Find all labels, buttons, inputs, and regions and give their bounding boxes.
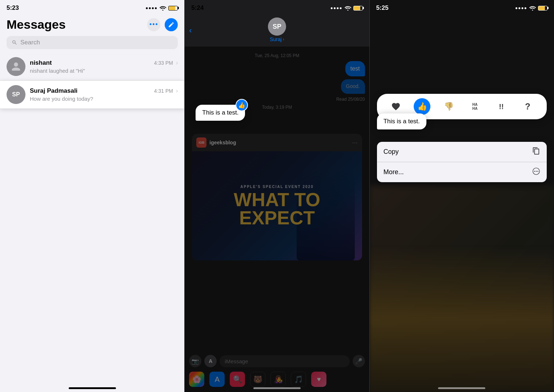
reaction-thumbsdown[interactable]: 👎 bbox=[440, 98, 457, 115]
wifi-icon-p1 bbox=[160, 6, 166, 11]
compose-button[interactable] bbox=[165, 18, 178, 31]
context-menu: Copy More... bbox=[377, 142, 547, 182]
svg-point-2 bbox=[534, 171, 535, 172]
conv-name-nishant: nishant bbox=[30, 59, 52, 67]
reaction-thumbsup[interactable]: 👍 bbox=[414, 98, 430, 115]
home-indicator-p1 bbox=[69, 387, 116, 389]
messages-header: Messages ••• bbox=[0, 15, 184, 36]
signal-icon-p2: ●●●● bbox=[330, 5, 342, 11]
conversation-item-suraj[interactable]: SP Suraj Padmasali 4:31 PM › How are you… bbox=[0, 81, 184, 109]
floating-bubble-p3: This is a test. bbox=[377, 113, 426, 129]
search-placeholder: Search bbox=[20, 39, 40, 46]
blurred-figure-p3 bbox=[370, 247, 554, 392]
chat-contact-name[interactable]: Suraj › bbox=[270, 36, 284, 42]
conv-time-nishant: 4:33 PM bbox=[154, 60, 173, 66]
chat-panel: 5:24 ●●●● ‹ SP Suraj › Tue, 25 Aug, 12:0… bbox=[184, 0, 369, 392]
floating-bubble-text-p2: This is a test. 👍 bbox=[196, 105, 245, 121]
conv-content-nishant: nishant 4:33 PM › nishant laughed at "Hi… bbox=[30, 59, 178, 74]
reaction-panel: 5:25 ●●●● 👍 👎 HAHA !! bbox=[370, 0, 554, 392]
conv-preview-nishant: nishant laughed at "Hi" bbox=[30, 68, 85, 74]
search-icon bbox=[12, 40, 17, 45]
conv-preview-suraj: How are you doing today? bbox=[30, 96, 93, 102]
more-options-button[interactable]: ••• bbox=[147, 18, 160, 31]
chat-header: ‹ SP Suraj › bbox=[185, 15, 369, 47]
reaction-question[interactable]: ? bbox=[519, 98, 536, 115]
home-indicator-p2 bbox=[253, 387, 301, 389]
messages-title: Messages bbox=[7, 17, 66, 32]
search-bar[interactable]: Search bbox=[7, 36, 178, 49]
status-time-p1: 5:23 bbox=[7, 4, 19, 12]
svg-point-1 bbox=[536, 171, 537, 172]
svg-point-3 bbox=[537, 171, 538, 172]
reaction-haha[interactable]: HAHA bbox=[467, 98, 483, 115]
status-icons-p2: ●●●● bbox=[330, 5, 363, 11]
status-bar-p3: 5:25 ●●●● bbox=[370, 0, 554, 15]
reaction-exclaim[interactable]: !! bbox=[493, 98, 510, 115]
context-copy[interactable]: Copy bbox=[377, 142, 547, 162]
wifi-icon-p2 bbox=[345, 6, 351, 11]
chevron-suraj: › bbox=[176, 88, 178, 94]
home-indicator-p3 bbox=[438, 387, 485, 389]
chat-avatar: SP bbox=[268, 17, 286, 36]
signal-icon-p3: ●●●● bbox=[515, 5, 527, 11]
status-bar-p1: 5:23 ●●●● bbox=[0, 0, 184, 15]
conv-content-suraj: Suraj Padmasali 4:31 PM › How are you do… bbox=[30, 87, 178, 102]
avatar-suraj: SP bbox=[7, 85, 25, 104]
status-time-p2: 5:24 bbox=[191, 4, 204, 12]
chevron-nishant: › bbox=[176, 60, 178, 66]
conv-top-suraj: Suraj Padmasali 4:31 PM › bbox=[30, 87, 178, 95]
header-buttons: ••• bbox=[147, 18, 178, 31]
copy-icon bbox=[532, 147, 540, 157]
conv-name-suraj: Suraj Padmasali bbox=[30, 87, 77, 95]
conv-time-suraj: 4:31 PM bbox=[154, 88, 173, 94]
wifi-icon-p3 bbox=[529, 6, 536, 11]
floating-bubble-p2: This is a test. 👍 bbox=[196, 105, 245, 121]
messages-list-panel: 5:23 ●●●● Messages ••• bbox=[0, 0, 184, 392]
status-bar-p2: 5:24 ●●●● bbox=[185, 0, 369, 15]
context-more[interactable]: More... bbox=[377, 162, 547, 182]
back-button[interactable]: ‹ bbox=[189, 26, 192, 35]
signal-icon-p1: ●●●● bbox=[145, 5, 157, 11]
battery-icon-p2 bbox=[353, 6, 363, 11]
status-time-p3: 5:25 bbox=[376, 4, 389, 12]
compose-icon bbox=[168, 21, 174, 28]
status-icons-p3: ●●●● bbox=[515, 5, 547, 11]
status-icons-p1: ●●●● bbox=[145, 5, 178, 11]
conversation-item-nishant[interactable]: nishant 4:33 PM › nishant laughed at "Hi… bbox=[0, 53, 184, 81]
more-icon bbox=[532, 167, 540, 177]
battery-icon-p1 bbox=[168, 6, 178, 11]
reaction-heart[interactable] bbox=[388, 98, 404, 115]
dim-overlay-p2 bbox=[185, 0, 369, 392]
battery-icon-p3 bbox=[538, 6, 547, 11]
conv-top-nishant: nishant 4:33 PM › bbox=[30, 59, 178, 67]
dots-icon: ••• bbox=[149, 21, 158, 28]
avatar-nishant bbox=[7, 57, 25, 76]
